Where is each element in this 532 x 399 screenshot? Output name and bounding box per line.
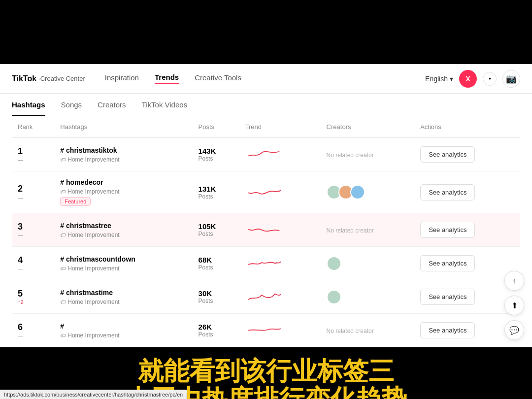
category-icon: 🏷	[60, 157, 66, 163]
url-bar: https://ads.tiktok.com/business/creative…	[0, 390, 187, 399]
hashtag-name[interactable]: #	[60, 322, 186, 330]
posts-count: 105K	[199, 222, 233, 231]
category-label: Home Improvement	[67, 299, 119, 305]
camera-icon: 📷	[506, 73, 517, 84]
logo[interactable]: TikTok·Creative Center	[12, 74, 85, 83]
share-fab-button[interactable]: ⬆	[504, 296, 524, 315]
see-analytics-button[interactable]: See analytics	[420, 289, 475, 305]
language-chevron: ▾	[450, 75, 453, 83]
trend-chart	[245, 145, 285, 163]
hashtag-name[interactable]: # christmastiktok	[60, 146, 186, 154]
posts-count: 143K	[199, 147, 233, 155]
nav-links: Inspiration Trends Creative Tools	[105, 73, 425, 84]
tab-creators[interactable]: Creators	[98, 94, 126, 116]
nav-inspiration[interactable]: Inspiration	[105, 73, 139, 84]
tab-tiktok-videos[interactable]: TikTok Videos	[142, 94, 188, 116]
creator-avatar[interactable]	[327, 256, 341, 271]
scroll-top-button[interactable]: ↑	[504, 271, 524, 291]
rank-change: —	[18, 332, 48, 338]
trend-chart	[245, 183, 285, 200]
posts-label: Posts	[199, 298, 233, 304]
table-row: 6 — # 🏷 Home Improvement 26K Posts No re…	[12, 314, 520, 347]
posts-count: 131K	[199, 185, 233, 193]
col-actions: Actions	[414, 116, 520, 138]
language-label: English	[425, 75, 448, 83]
col-hashtags: Hashtags	[54, 116, 192, 138]
creator-avatars	[327, 290, 409, 304]
hashtag-name[interactable]: # christmascountdown	[60, 255, 186, 263]
col-creators: Creators	[321, 116, 415, 138]
hash-symbol: #	[60, 146, 64, 154]
table-row: 5 ↑2 # christmastime 🏷 Home Improvement …	[12, 280, 520, 314]
hashtag-category: 🏷 Home Improvement	[60, 188, 186, 195]
no-creator-text: No related creator	[327, 328, 374, 334]
logo-cc: ·Creative Center	[38, 75, 85, 82]
category-icon: 🏷	[60, 232, 66, 238]
rank-number: 3	[18, 222, 48, 233]
category-icon: 🏷	[60, 189, 66, 195]
col-posts: Posts	[193, 116, 239, 138]
overlay-line1: 就能看到该行业标签三	[125, 357, 407, 385]
rank-change: ↑2	[18, 299, 48, 305]
rank-change: —	[18, 266, 48, 271]
main-nav: TikTok·Creative Center Inspiration Trend…	[0, 64, 532, 94]
category-label: Home Improvement	[67, 156, 119, 163]
creator-avatars	[327, 256, 409, 271]
posts-label: Posts	[199, 231, 233, 237]
camera-button[interactable]: 📷	[502, 70, 520, 88]
hashtag-name[interactable]: # christmastree	[60, 222, 186, 230]
col-trend: Trend	[239, 116, 321, 138]
no-creator-text: No related creator	[327, 152, 374, 159]
trend-chart	[245, 254, 285, 271]
hash-symbol: #	[60, 222, 64, 230]
fab-container: ↑ ⬆ 💬	[504, 271, 524, 340]
rank-number: 4	[18, 255, 48, 266]
category-icon: 🏷	[60, 266, 66, 271]
language-selector[interactable]: English ▾	[425, 75, 453, 83]
tab-songs[interactable]: Songs	[61, 94, 82, 116]
rank-number: 2	[18, 184, 48, 195]
nav-trends[interactable]: Trends	[155, 73, 179, 84]
nav-right: English ▾ X ▾ 📷	[425, 70, 520, 88]
x-button[interactable]: X	[459, 70, 477, 88]
posts-count: 26K	[199, 323, 233, 331]
see-analytics-button[interactable]: See analytics	[420, 184, 475, 200]
posts-count: 68K	[199, 256, 233, 264]
category-label: Home Improvement	[67, 332, 119, 339]
hashtag-table-container: Rank Hashtags Posts Trend Creators Actio…	[0, 116, 532, 347]
creator-avatars	[327, 185, 409, 200]
chat-fab-button[interactable]: 💬	[504, 320, 524, 340]
no-creator-text: No related creator	[327, 227, 374, 234]
trend-chart	[245, 220, 285, 238]
hash-symbol: #	[60, 255, 64, 263]
creator-avatar[interactable]	[327, 290, 341, 304]
hashtag-category: 🏷 Home Improvement	[60, 299, 186, 305]
hashtag-table: Rank Hashtags Posts Trend Creators Actio…	[12, 116, 520, 347]
rank-change: —	[18, 232, 48, 238]
hashtag-text: christmastiktok	[66, 146, 117, 154]
creator-avatar[interactable]	[350, 185, 365, 200]
posts-label: Posts	[199, 264, 233, 271]
category-icon: 🏷	[60, 299, 66, 305]
hashtag-text: christmascountdown	[66, 255, 135, 263]
posts-label: Posts	[199, 331, 233, 338]
see-analytics-button[interactable]: See analytics	[420, 255, 475, 271]
hash-symbol: #	[60, 289, 64, 297]
content-tabs: Hashtags Songs Creators TikTok Videos	[0, 94, 532, 116]
hashtag-text: christmastree	[66, 222, 111, 230]
hashtag-category: 🏷 Home Improvement	[60, 232, 186, 238]
category-icon: 🏷	[60, 332, 66, 338]
see-analytics-button[interactable]: See analytics	[420, 322, 475, 338]
see-analytics-button[interactable]: See analytics	[420, 146, 475, 163]
hashtag-name[interactable]: # homedecor	[60, 178, 186, 186]
category-label: Home Improvement	[67, 232, 119, 238]
category-label: Home Improvement	[67, 188, 119, 195]
hash-symbol: #	[60, 178, 64, 186]
table-row: 3 — # christmastree 🏷 Home Improvement 1…	[12, 213, 520, 247]
tab-hashtags[interactable]: Hashtags	[12, 94, 45, 116]
hashtag-name[interactable]: # christmastime	[60, 289, 186, 297]
nav-creative-tools[interactable]: Creative Tools	[195, 73, 241, 84]
account-chevron[interactable]: ▾	[483, 72, 497, 86]
see-analytics-button[interactable]: See analytics	[420, 222, 475, 238]
col-rank: Rank	[12, 116, 54, 138]
